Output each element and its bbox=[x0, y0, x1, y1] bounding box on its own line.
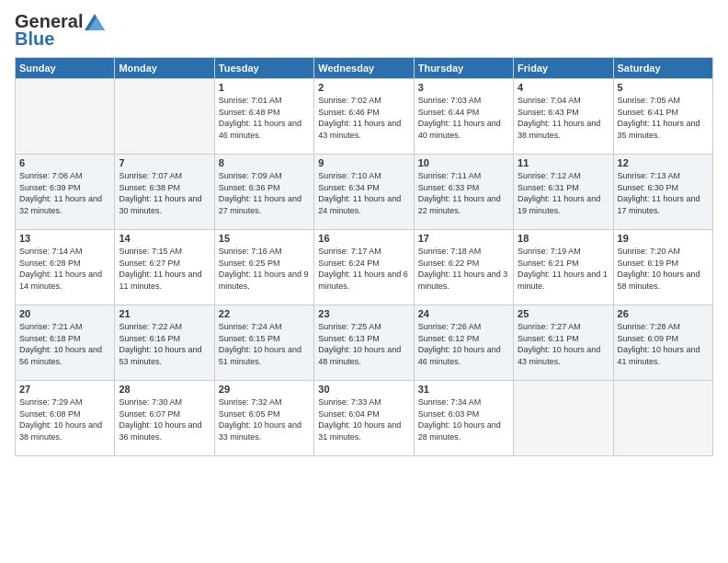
logo: General Blue bbox=[15, 11, 105, 50]
day-number: 11 bbox=[518, 157, 609, 168]
calendar-week-row: 27Sunrise: 7:29 AMSunset: 6:08 PMDayligh… bbox=[16, 381, 713, 456]
calendar-header-thursday: Thursday bbox=[414, 58, 513, 79]
calendar-cell: 14Sunrise: 7:15 AMSunset: 6:27 PMDayligh… bbox=[115, 230, 214, 305]
day-number: 1 bbox=[219, 82, 310, 93]
calendar-header-row: SundayMondayTuesdayWednesdayThursdayFrid… bbox=[16, 58, 713, 79]
day-number: 19 bbox=[618, 233, 709, 244]
calendar-cell: 23Sunrise: 7:25 AMSunset: 6:13 PMDayligh… bbox=[314, 305, 414, 381]
day-info: Sunrise: 7:13 AMSunset: 6:30 PMDaylight:… bbox=[618, 170, 709, 216]
day-info: Sunrise: 7:29 AMSunset: 6:08 PMDaylight:… bbox=[19, 396, 110, 442]
day-info: Sunrise: 7:21 AMSunset: 6:18 PMDaylight:… bbox=[19, 321, 110, 367]
day-info: Sunrise: 7:28 AMSunset: 6:09 PMDaylight:… bbox=[618, 321, 709, 367]
calendar-cell: 26Sunrise: 7:28 AMSunset: 6:09 PMDayligh… bbox=[613, 305, 712, 381]
day-number: 8 bbox=[219, 157, 310, 168]
calendar-cell: 9Sunrise: 7:10 AMSunset: 6:34 PMDaylight… bbox=[314, 155, 414, 230]
day-info: Sunrise: 7:12 AMSunset: 6:31 PMDaylight:… bbox=[518, 170, 609, 216]
day-info: Sunrise: 7:07 AMSunset: 6:38 PMDaylight:… bbox=[119, 170, 210, 216]
calendar-cell: 5Sunrise: 7:05 AMSunset: 6:41 PMDaylight… bbox=[613, 79, 712, 155]
header: General Blue bbox=[15, 11, 713, 50]
calendar-cell bbox=[613, 381, 712, 456]
calendar-cell: 20Sunrise: 7:21 AMSunset: 6:18 PMDayligh… bbox=[16, 305, 115, 381]
day-info: Sunrise: 7:24 AMSunset: 6:15 PMDaylight:… bbox=[219, 321, 310, 367]
calendar-cell: 18Sunrise: 7:19 AMSunset: 6:21 PMDayligh… bbox=[514, 230, 613, 305]
day-info: Sunrise: 7:17 AMSunset: 6:24 PMDaylight:… bbox=[318, 246, 409, 292]
calendar-cell: 17Sunrise: 7:18 AMSunset: 6:22 PMDayligh… bbox=[414, 230, 513, 305]
day-info: Sunrise: 7:09 AMSunset: 6:36 PMDaylight:… bbox=[219, 170, 310, 216]
logo-icon bbox=[85, 14, 105, 30]
day-info: Sunrise: 7:26 AMSunset: 6:12 PMDaylight:… bbox=[418, 321, 509, 367]
calendar-cell: 12Sunrise: 7:13 AMSunset: 6:30 PMDayligh… bbox=[613, 155, 712, 230]
calendar-cell bbox=[115, 79, 214, 155]
calendar-cell: 10Sunrise: 7:11 AMSunset: 6:33 PMDayligh… bbox=[414, 155, 513, 230]
calendar-cell: 21Sunrise: 7:22 AMSunset: 6:16 PMDayligh… bbox=[115, 305, 214, 381]
calendar-cell bbox=[514, 381, 613, 456]
calendar-cell: 6Sunrise: 7:06 AMSunset: 6:39 PMDaylight… bbox=[16, 155, 115, 230]
calendar-header-saturday: Saturday bbox=[613, 58, 712, 79]
day-number: 9 bbox=[318, 157, 409, 168]
day-number: 10 bbox=[418, 157, 509, 168]
calendar-cell: 3Sunrise: 7:03 AMSunset: 6:44 PMDaylight… bbox=[414, 79, 513, 155]
day-info: Sunrise: 7:06 AMSunset: 6:39 PMDaylight:… bbox=[19, 170, 110, 216]
day-info: Sunrise: 7:25 AMSunset: 6:13 PMDaylight:… bbox=[318, 321, 409, 367]
day-info: Sunrise: 7:32 AMSunset: 6:05 PMDaylight:… bbox=[219, 396, 310, 442]
calendar-cell: 31Sunrise: 7:34 AMSunset: 6:03 PMDayligh… bbox=[414, 381, 513, 456]
calendar-cell bbox=[16, 79, 115, 155]
calendar-header-monday: Monday bbox=[115, 58, 214, 79]
day-number: 22 bbox=[219, 308, 310, 319]
day-number: 17 bbox=[418, 233, 509, 244]
calendar-week-row: 1Sunrise: 7:01 AMSunset: 6:48 PMDaylight… bbox=[16, 79, 713, 155]
day-number: 13 bbox=[19, 233, 110, 244]
calendar-cell: 28Sunrise: 7:30 AMSunset: 6:07 PMDayligh… bbox=[115, 381, 214, 456]
day-number: 23 bbox=[318, 308, 409, 319]
day-number: 30 bbox=[318, 384, 409, 395]
day-number: 16 bbox=[318, 233, 409, 244]
day-number: 24 bbox=[418, 308, 509, 319]
calendar-cell: 29Sunrise: 7:32 AMSunset: 6:05 PMDayligh… bbox=[214, 381, 313, 456]
day-info: Sunrise: 7:30 AMSunset: 6:07 PMDaylight:… bbox=[119, 396, 210, 442]
day-info: Sunrise: 7:34 AMSunset: 6:03 PMDaylight:… bbox=[418, 396, 509, 442]
calendar-cell: 24Sunrise: 7:26 AMSunset: 6:12 PMDayligh… bbox=[414, 305, 513, 381]
day-number: 29 bbox=[219, 384, 310, 395]
calendar-header-wednesday: Wednesday bbox=[314, 58, 414, 79]
calendar-header-friday: Friday bbox=[514, 58, 613, 79]
day-number: 28 bbox=[119, 384, 210, 395]
day-info: Sunrise: 7:27 AMSunset: 6:11 PMDaylight:… bbox=[518, 321, 609, 367]
calendar-cell: 15Sunrise: 7:16 AMSunset: 6:25 PMDayligh… bbox=[214, 230, 313, 305]
day-info: Sunrise: 7:22 AMSunset: 6:16 PMDaylight:… bbox=[119, 321, 210, 367]
calendar-cell: 1Sunrise: 7:01 AMSunset: 6:48 PMDaylight… bbox=[214, 79, 313, 155]
day-number: 26 bbox=[618, 308, 709, 319]
day-number: 27 bbox=[19, 384, 110, 395]
day-number: 20 bbox=[19, 308, 110, 319]
day-number: 14 bbox=[119, 233, 210, 244]
calendar-cell: 22Sunrise: 7:24 AMSunset: 6:15 PMDayligh… bbox=[214, 305, 313, 381]
calendar-header-tuesday: Tuesday bbox=[214, 58, 313, 79]
day-info: Sunrise: 7:01 AMSunset: 6:48 PMDaylight:… bbox=[219, 95, 310, 141]
day-number: 2 bbox=[318, 82, 409, 93]
calendar-cell: 8Sunrise: 7:09 AMSunset: 6:36 PMDaylight… bbox=[214, 155, 313, 230]
day-number: 5 bbox=[618, 82, 709, 93]
calendar-week-row: 20Sunrise: 7:21 AMSunset: 6:18 PMDayligh… bbox=[16, 305, 713, 381]
calendar-header-sunday: Sunday bbox=[16, 58, 115, 79]
calendar-cell: 30Sunrise: 7:33 AMSunset: 6:04 PMDayligh… bbox=[314, 381, 414, 456]
calendar-cell: 11Sunrise: 7:12 AMSunset: 6:31 PMDayligh… bbox=[514, 155, 613, 230]
page: General Blue SundayMondayTuesdayWednesda… bbox=[0, 0, 728, 563]
day-info: Sunrise: 7:11 AMSunset: 6:33 PMDaylight:… bbox=[418, 170, 509, 216]
calendar-cell: 4Sunrise: 7:04 AMSunset: 6:43 PMDaylight… bbox=[514, 79, 613, 155]
calendar-cell: 13Sunrise: 7:14 AMSunset: 6:28 PMDayligh… bbox=[16, 230, 115, 305]
day-info: Sunrise: 7:10 AMSunset: 6:34 PMDaylight:… bbox=[318, 170, 409, 216]
day-number: 25 bbox=[518, 308, 609, 319]
day-number: 6 bbox=[19, 157, 110, 168]
calendar-cell: 2Sunrise: 7:02 AMSunset: 6:46 PMDaylight… bbox=[314, 79, 414, 155]
day-number: 18 bbox=[518, 233, 609, 244]
day-info: Sunrise: 7:18 AMSunset: 6:22 PMDaylight:… bbox=[418, 246, 509, 292]
calendar-table: SundayMondayTuesdayWednesdayThursdayFrid… bbox=[15, 57, 713, 456]
day-number: 3 bbox=[418, 82, 509, 93]
day-info: Sunrise: 7:20 AMSunset: 6:19 PMDaylight:… bbox=[618, 246, 709, 292]
calendar-cell: 7Sunrise: 7:07 AMSunset: 6:38 PMDaylight… bbox=[115, 155, 214, 230]
day-info: Sunrise: 7:16 AMSunset: 6:25 PMDaylight:… bbox=[219, 246, 310, 292]
logo-blue: Blue bbox=[15, 29, 54, 50]
day-number: 4 bbox=[518, 82, 609, 93]
day-number: 31 bbox=[418, 384, 509, 395]
calendar-week-row: 6Sunrise: 7:06 AMSunset: 6:39 PMDaylight… bbox=[16, 155, 713, 230]
day-info: Sunrise: 7:04 AMSunset: 6:43 PMDaylight:… bbox=[518, 95, 609, 141]
